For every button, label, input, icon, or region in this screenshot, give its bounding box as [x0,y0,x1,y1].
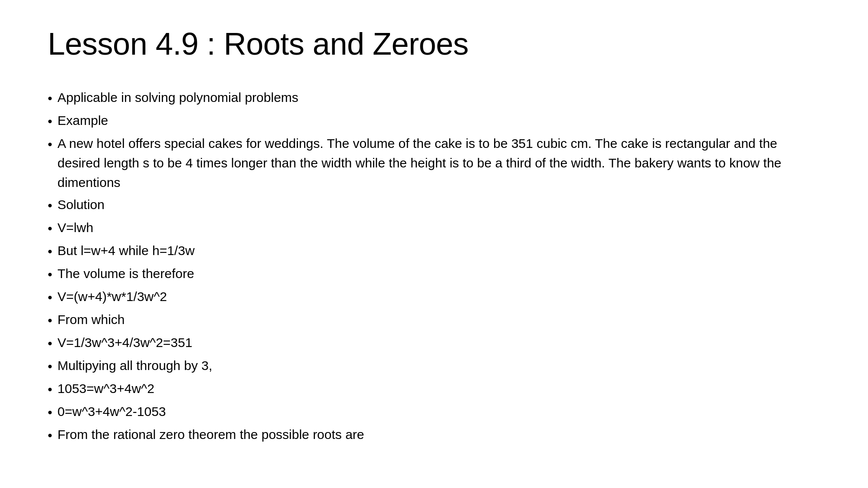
bullet-dot-1: • [48,88,52,108]
bullet-dot-2: • [48,111,52,131]
bullet-5: •V=lwh [48,218,820,238]
bullet-1: •Applicable in solving polynomial proble… [48,88,820,108]
bullet-dot-8: • [48,288,52,307]
bullet-12: •1053=w^3+4w^2 [48,379,820,399]
bullet-text-8: V=(w+4)*w*1/3w^2 [58,287,820,306]
bullet-2: •Example [48,111,820,131]
bullet-7: •The volume is therefore [48,264,820,284]
bullet-text-5: V=lwh [58,218,820,237]
bullet-dot-3: • [48,134,52,154]
bullet-text-10: V=1/3w^3+4/3w^2=351 [58,333,820,352]
bullet-dot-10: • [48,334,52,353]
bullet-dot-14: • [48,426,52,445]
bullet-dot-4: • [48,196,52,215]
bullet-dot-5: • [48,219,52,238]
bullet-text-1: Applicable in solving polynomial problem… [58,88,820,107]
bullet-10: •V=1/3w^3+4/3w^2=351 [48,333,820,353]
bullet-text-4: Solution [58,195,820,214]
bullet-dot-13: • [48,403,52,422]
bullet-14: •From the rational zero theorem the poss… [48,425,820,445]
bullet-text-6: But l=w+4 while h=1/3w [58,241,820,260]
bullet-dot-9: • [48,311,52,330]
bullet-13: •0=w^3+4w^2-1053 [48,402,820,422]
bullet-6: •But l=w+4 while h=1/3w [48,241,820,261]
bullet-3: •A new hotel offers special cakes for we… [48,134,820,192]
bullet-text-12: 1053=w^3+4w^2 [58,379,820,398]
bullet-4: •Solution [48,195,820,215]
bullet-text-7: The volume is therefore [58,264,820,283]
bullet-dot-12: • [48,380,52,399]
bullet-dot-7: • [48,265,52,284]
bullet-text-14: From the rational zero theorem the possi… [58,425,820,444]
bullet-text-2: Example [58,111,820,130]
bullet-list: •Applicable in solving polynomial proble… [48,88,820,445]
bullet-text-9: From which [58,310,820,329]
bullet-dot-11: • [48,357,52,376]
bullet-dot-6: • [48,242,52,261]
bullet-11: •Multipying all through by 3, [48,356,820,376]
bullet-8: •V=(w+4)*w*1/3w^2 [48,287,820,307]
bullet-text-13: 0=w^3+4w^2-1053 [58,402,820,421]
bullet-9: •From which [48,310,820,330]
bullet-text-3: A new hotel offers special cakes for wed… [58,134,820,192]
page-title: Lesson 4.9 : Roots and Zeroes [48,26,820,62]
bullet-text-11: Multipying all through by 3, [58,356,820,375]
